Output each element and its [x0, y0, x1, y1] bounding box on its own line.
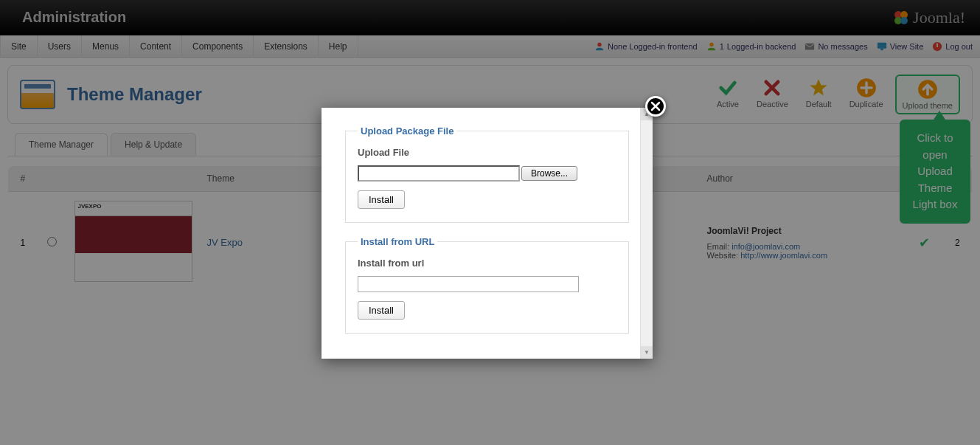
url-input[interactable] [358, 276, 579, 292]
url-fieldset: Install from URL Install from url Instal… [345, 236, 629, 334]
install-upload-button[interactable]: Install [358, 190, 405, 209]
url-legend: Install from URL [358, 236, 437, 247]
upload-file-label: Upload File [358, 147, 616, 158]
install-url-button[interactable]: Install [358, 301, 405, 320]
upload-legend: Upload Package File [358, 125, 456, 137]
modal-close-button[interactable] [645, 96, 666, 117]
browse-button[interactable]: Browse... [521, 166, 577, 181]
modal-scrollbar[interactable]: ▲ ▼ [640, 108, 653, 359]
scroll-down-icon[interactable]: ▼ [641, 346, 653, 359]
url-label: Install from url [358, 258, 616, 269]
file-input[interactable] [358, 165, 520, 182]
upload-modal: Upload Package File Upload File Browse..… [322, 108, 653, 359]
upload-fieldset: Upload Package File Upload File Browse..… [345, 125, 629, 223]
close-icon [650, 101, 661, 111]
